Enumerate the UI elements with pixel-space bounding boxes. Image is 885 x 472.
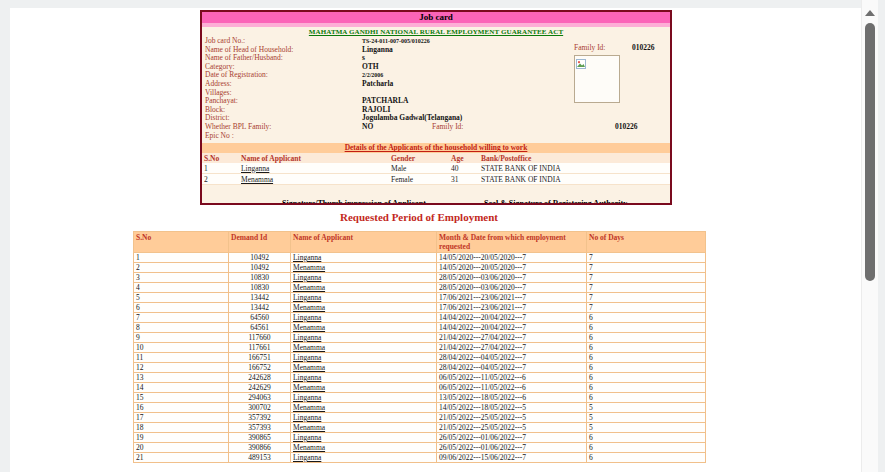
applicant-name-link[interactable]: Menamma (241, 175, 273, 184)
applicants-body: 1LingannaMale40STATE BANK OF INDIA2Menam… (202, 163, 670, 185)
applicant-sno: 1 (202, 163, 239, 174)
employment-days: 5 (587, 423, 706, 433)
employment-demand-id: 10830 (229, 273, 291, 283)
scrollbar-thumb[interactable] (865, 23, 875, 281)
employment-sno: 9 (134, 333, 229, 343)
column-header: No of Days (587, 232, 706, 253)
applicant-name-link[interactable]: Linganna (241, 164, 269, 173)
employment-row: 410830Menamma28/05/2020---03/06/2020---7… (134, 283, 706, 293)
employment-days: 5 (587, 403, 706, 413)
applicant-bank: STATE BANK OF INDIA (479, 174, 670, 185)
employment-name-link[interactable]: Menamma (293, 283, 325, 292)
employment-period: 26/05/2022---01/06/2022---7 (437, 433, 587, 443)
employment-name-link[interactable]: Linganna (293, 293, 321, 302)
employment-sno: 8 (134, 323, 229, 333)
employment-name-link[interactable]: Linganna (293, 453, 321, 462)
employment-name-link[interactable]: Linganna (293, 413, 321, 422)
employment-name-link[interactable]: Linganna (293, 273, 321, 282)
signature-applicant-label: Signature/Thumb impression of Applicant (282, 199, 426, 205)
employment-period: 17/06/2021---23/06/2021---7 (437, 303, 587, 313)
employment-days: 6 (587, 373, 706, 383)
employment-period: 06/05/2022---11/05/2022---6 (437, 383, 587, 393)
employment-demand-id: 294063 (229, 393, 291, 403)
job-card-title: Job card (202, 12, 670, 23)
employment-name-link[interactable]: Menamma (293, 323, 325, 332)
employment-days: 5 (587, 413, 706, 423)
employment-days: 6 (587, 453, 706, 463)
field-value: NO (362, 123, 432, 132)
employment-days: 6 (587, 443, 706, 453)
family-id-label: Family Id: (574, 43, 630, 52)
employment-row: 11166751Linganna28/04/2022---04/05/2022-… (134, 353, 706, 363)
employment-name-cell: Linganna (291, 313, 437, 323)
employment-table: S.NoDemand IdName of ApplicantMonth & Da… (133, 231, 706, 463)
applicant-gender: Female (389, 174, 449, 185)
employment-demand-id: 117661 (229, 343, 291, 353)
field-value: Patcharla (362, 80, 393, 89)
employment-name-link[interactable]: Menamma (293, 423, 325, 432)
employment-demand-id: 64560 (229, 313, 291, 323)
employment-name-link[interactable]: Linganna (293, 313, 321, 322)
employment-period: 21/05/2022---25/05/2022---5 (437, 413, 587, 423)
employment-name-link[interactable]: Menamma (293, 363, 325, 372)
employment-name-link[interactable]: Linganna (293, 353, 321, 362)
employment-name-cell: Linganna (291, 293, 437, 303)
employment-period: 21/05/2022---25/05/2022---5 (437, 423, 587, 433)
employment-sno: 7 (134, 313, 229, 323)
employment-body: 110492Linganna14/05/2020---20/05/2020---… (134, 253, 706, 463)
employment-name-cell: Linganna (291, 413, 437, 423)
employment-days: 7 (587, 253, 706, 263)
employment-days: 6 (587, 363, 706, 373)
employment-name-link[interactable]: Linganna (293, 433, 321, 442)
applicant-name-cell: Menamma (239, 174, 389, 185)
employment-name-cell: Menamma (291, 403, 437, 413)
employment-row: 17357392Linganna21/05/2022---25/05/2022-… (134, 413, 706, 423)
employment-name-link[interactable]: Menamma (293, 303, 325, 312)
broken-image-icon (576, 59, 586, 69)
employment-name-link[interactable]: Linganna (293, 333, 321, 342)
employment-period: 14/05/2022---18/05/2022---5 (437, 403, 587, 413)
employment-name-link[interactable]: Linganna (293, 373, 321, 382)
employment-period: 14/05/2020---20/05/2020---7 (437, 253, 587, 263)
employment-days: 6 (587, 393, 706, 403)
employment-sno: 5 (134, 293, 229, 303)
employment-period: 21/04/2022---27/04/2022---7 (437, 333, 587, 343)
employment-name-cell: Linganna (291, 353, 437, 363)
employment-period: 21/04/2022---27/04/2022---7 (437, 343, 587, 353)
employment-name-link[interactable]: Menamma (293, 263, 325, 272)
employment-name-link[interactable]: Linganna (293, 393, 321, 402)
employment-row: 13242628Linganna06/05/2022---11/05/2022-… (134, 373, 706, 383)
employment-name-link[interactable]: Linganna (293, 253, 321, 262)
employment-demand-id: 166752 (229, 363, 291, 373)
employment-days: 6 (587, 433, 706, 443)
employment-days: 7 (587, 273, 706, 283)
employment-name-cell: Menamma (291, 323, 437, 333)
applicant-row: 2MenammaFemale31STATE BANK OF INDIA (202, 174, 670, 185)
employment-name-link[interactable]: Menamma (293, 383, 325, 392)
employment-days: 7 (587, 283, 706, 293)
employment-name-cell: Linganna (291, 453, 437, 463)
employment-name-cell: Menamma (291, 263, 437, 273)
employment-row: 9117660Linganna21/04/2022---27/04/2022--… (134, 333, 706, 343)
employment-sno: 6 (134, 303, 229, 313)
employment-name-cell: Menamma (291, 423, 437, 433)
employment-sno: 12 (134, 363, 229, 373)
employment-name-cell: Linganna (291, 433, 437, 443)
employment-demand-id: 10492 (229, 263, 291, 273)
job-card-field-row: Whether BPL Family:NOFamily Id:010226 (205, 123, 667, 132)
employment-row: 14242629Menamma06/05/2022---11/05/2022--… (134, 383, 706, 393)
employment-name-cell: Menamma (291, 303, 437, 313)
employment-demand-id: 64561 (229, 323, 291, 333)
employment-name-link[interactable]: Menamma (293, 443, 325, 452)
scrollbar-up-arrow-icon[interactable] (865, 10, 875, 16)
employment-name-cell: Linganna (291, 273, 437, 283)
vertical-scrollbar[interactable] (861, 0, 878, 472)
employment-demand-id: 357393 (229, 423, 291, 433)
employment-name-link[interactable]: Menamma (293, 343, 325, 352)
employment-sno: 14 (134, 383, 229, 393)
employment-period: 17/06/2021---23/06/2021---7 (437, 293, 587, 303)
employment-period: 14/05/2020---20/05/2020---7 (437, 263, 587, 273)
employment-name-link[interactable]: Menamma (293, 403, 325, 412)
employment-period: 14/04/2022---20/04/2022---7 (437, 313, 587, 323)
employment-demand-id: 13442 (229, 293, 291, 303)
